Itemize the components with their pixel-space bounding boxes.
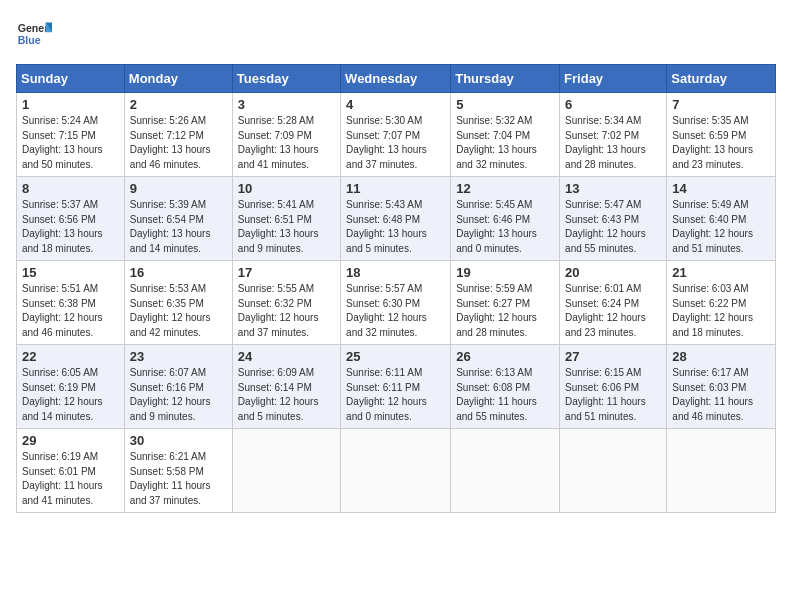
calendar-row-5: 29 Sunrise: 6:19 AMSunset: 6:01 PMDaylig… bbox=[17, 429, 776, 513]
day-number: 22 bbox=[22, 349, 119, 364]
calendar-cell bbox=[560, 429, 667, 513]
calendar-cell bbox=[451, 429, 560, 513]
day-number: 28 bbox=[672, 349, 770, 364]
calendar-cell: 29 Sunrise: 6:19 AMSunset: 6:01 PMDaylig… bbox=[17, 429, 125, 513]
page-header: General Blue bbox=[16, 16, 776, 52]
calendar-row-2: 8 Sunrise: 5:37 AMSunset: 6:56 PMDayligh… bbox=[17, 177, 776, 261]
day-info: Sunrise: 5:37 AMSunset: 6:56 PMDaylight:… bbox=[22, 199, 103, 254]
calendar-cell: 10 Sunrise: 5:41 AMSunset: 6:51 PMDaylig… bbox=[232, 177, 340, 261]
day-number: 17 bbox=[238, 265, 335, 280]
day-info: Sunrise: 6:07 AMSunset: 6:16 PMDaylight:… bbox=[130, 367, 211, 422]
day-info: Sunrise: 6:19 AMSunset: 6:01 PMDaylight:… bbox=[22, 451, 103, 506]
logo: General Blue bbox=[16, 16, 56, 52]
calendar-cell: 12 Sunrise: 5:45 AMSunset: 6:46 PMDaylig… bbox=[451, 177, 560, 261]
day-number: 19 bbox=[456, 265, 554, 280]
day-number: 26 bbox=[456, 349, 554, 364]
day-number: 2 bbox=[130, 97, 227, 112]
day-info: Sunrise: 5:30 AMSunset: 7:07 PMDaylight:… bbox=[346, 115, 427, 170]
header-sunday: Sunday bbox=[17, 65, 125, 93]
calendar-cell: 1 Sunrise: 5:24 AMSunset: 7:15 PMDayligh… bbox=[17, 93, 125, 177]
day-info: Sunrise: 6:11 AMSunset: 6:11 PMDaylight:… bbox=[346, 367, 427, 422]
day-info: Sunrise: 5:26 AMSunset: 7:12 PMDaylight:… bbox=[130, 115, 211, 170]
day-number: 11 bbox=[346, 181, 445, 196]
day-info: Sunrise: 5:47 AMSunset: 6:43 PMDaylight:… bbox=[565, 199, 646, 254]
calendar-cell: 6 Sunrise: 5:34 AMSunset: 7:02 PMDayligh… bbox=[560, 93, 667, 177]
day-number: 24 bbox=[238, 349, 335, 364]
calendar-cell: 13 Sunrise: 5:47 AMSunset: 6:43 PMDaylig… bbox=[560, 177, 667, 261]
day-number: 20 bbox=[565, 265, 661, 280]
day-number: 10 bbox=[238, 181, 335, 196]
calendar-cell: 17 Sunrise: 5:55 AMSunset: 6:32 PMDaylig… bbox=[232, 261, 340, 345]
calendar-cell: 30 Sunrise: 6:21 AMSunset: 5:58 PMDaylig… bbox=[124, 429, 232, 513]
header-monday: Monday bbox=[124, 65, 232, 93]
day-info: Sunrise: 5:28 AMSunset: 7:09 PMDaylight:… bbox=[238, 115, 319, 170]
day-number: 14 bbox=[672, 181, 770, 196]
day-info: Sunrise: 6:09 AMSunset: 6:14 PMDaylight:… bbox=[238, 367, 319, 422]
calendar-cell bbox=[232, 429, 340, 513]
day-number: 12 bbox=[456, 181, 554, 196]
day-number: 25 bbox=[346, 349, 445, 364]
day-number: 30 bbox=[130, 433, 227, 448]
day-number: 8 bbox=[22, 181, 119, 196]
day-info: Sunrise: 5:57 AMSunset: 6:30 PMDaylight:… bbox=[346, 283, 427, 338]
day-info: Sunrise: 6:01 AMSunset: 6:24 PMDaylight:… bbox=[565, 283, 646, 338]
day-info: Sunrise: 5:32 AMSunset: 7:04 PMDaylight:… bbox=[456, 115, 537, 170]
day-info: Sunrise: 5:39 AMSunset: 6:54 PMDaylight:… bbox=[130, 199, 211, 254]
day-info: Sunrise: 5:59 AMSunset: 6:27 PMDaylight:… bbox=[456, 283, 537, 338]
calendar-cell: 11 Sunrise: 5:43 AMSunset: 6:48 PMDaylig… bbox=[341, 177, 451, 261]
calendar-cell: 23 Sunrise: 6:07 AMSunset: 6:16 PMDaylig… bbox=[124, 345, 232, 429]
day-number: 27 bbox=[565, 349, 661, 364]
day-info: Sunrise: 6:17 AMSunset: 6:03 PMDaylight:… bbox=[672, 367, 753, 422]
day-info: Sunrise: 5:24 AMSunset: 7:15 PMDaylight:… bbox=[22, 115, 103, 170]
day-number: 9 bbox=[130, 181, 227, 196]
calendar-cell: 24 Sunrise: 6:09 AMSunset: 6:14 PMDaylig… bbox=[232, 345, 340, 429]
calendar-cell: 21 Sunrise: 6:03 AMSunset: 6:22 PMDaylig… bbox=[667, 261, 776, 345]
calendar-cell: 4 Sunrise: 5:30 AMSunset: 7:07 PMDayligh… bbox=[341, 93, 451, 177]
day-number: 1 bbox=[22, 97, 119, 112]
calendar-cell: 19 Sunrise: 5:59 AMSunset: 6:27 PMDaylig… bbox=[451, 261, 560, 345]
logo-icon: General Blue bbox=[16, 16, 52, 52]
day-info: Sunrise: 6:03 AMSunset: 6:22 PMDaylight:… bbox=[672, 283, 753, 338]
day-info: Sunrise: 5:45 AMSunset: 6:46 PMDaylight:… bbox=[456, 199, 537, 254]
day-info: Sunrise: 5:34 AMSunset: 7:02 PMDaylight:… bbox=[565, 115, 646, 170]
day-info: Sunrise: 5:51 AMSunset: 6:38 PMDaylight:… bbox=[22, 283, 103, 338]
calendar-cell: 14 Sunrise: 5:49 AMSunset: 6:40 PMDaylig… bbox=[667, 177, 776, 261]
calendar-cell: 7 Sunrise: 5:35 AMSunset: 6:59 PMDayligh… bbox=[667, 93, 776, 177]
day-info: Sunrise: 5:35 AMSunset: 6:59 PMDaylight:… bbox=[672, 115, 753, 170]
day-number: 18 bbox=[346, 265, 445, 280]
calendar-cell: 18 Sunrise: 5:57 AMSunset: 6:30 PMDaylig… bbox=[341, 261, 451, 345]
calendar-cell: 3 Sunrise: 5:28 AMSunset: 7:09 PMDayligh… bbox=[232, 93, 340, 177]
header-wednesday: Wednesday bbox=[341, 65, 451, 93]
day-number: 29 bbox=[22, 433, 119, 448]
day-number: 15 bbox=[22, 265, 119, 280]
calendar-cell: 20 Sunrise: 6:01 AMSunset: 6:24 PMDaylig… bbox=[560, 261, 667, 345]
calendar-cell bbox=[341, 429, 451, 513]
day-number: 5 bbox=[456, 97, 554, 112]
calendar-cell: 15 Sunrise: 5:51 AMSunset: 6:38 PMDaylig… bbox=[17, 261, 125, 345]
day-info: Sunrise: 6:05 AMSunset: 6:19 PMDaylight:… bbox=[22, 367, 103, 422]
day-info: Sunrise: 6:21 AMSunset: 5:58 PMDaylight:… bbox=[130, 451, 211, 506]
svg-text:Blue: Blue bbox=[18, 34, 41, 46]
day-number: 13 bbox=[565, 181, 661, 196]
day-number: 21 bbox=[672, 265, 770, 280]
header-thursday: Thursday bbox=[451, 65, 560, 93]
day-info: Sunrise: 6:13 AMSunset: 6:08 PMDaylight:… bbox=[456, 367, 537, 422]
calendar-cell: 2 Sunrise: 5:26 AMSunset: 7:12 PMDayligh… bbox=[124, 93, 232, 177]
day-number: 23 bbox=[130, 349, 227, 364]
calendar-cell bbox=[667, 429, 776, 513]
calendar-table: SundayMondayTuesdayWednesdayThursdayFrid… bbox=[16, 64, 776, 513]
calendar-cell: 5 Sunrise: 5:32 AMSunset: 7:04 PMDayligh… bbox=[451, 93, 560, 177]
calendar-cell: 25 Sunrise: 6:11 AMSunset: 6:11 PMDaylig… bbox=[341, 345, 451, 429]
calendar-row-1: 1 Sunrise: 5:24 AMSunset: 7:15 PMDayligh… bbox=[17, 93, 776, 177]
calendar-cell: 9 Sunrise: 5:39 AMSunset: 6:54 PMDayligh… bbox=[124, 177, 232, 261]
day-number: 16 bbox=[130, 265, 227, 280]
header-friday: Friday bbox=[560, 65, 667, 93]
calendar-cell: 27 Sunrise: 6:15 AMSunset: 6:06 PMDaylig… bbox=[560, 345, 667, 429]
calendar-cell: 8 Sunrise: 5:37 AMSunset: 6:56 PMDayligh… bbox=[17, 177, 125, 261]
day-number: 7 bbox=[672, 97, 770, 112]
day-info: Sunrise: 5:53 AMSunset: 6:35 PMDaylight:… bbox=[130, 283, 211, 338]
calendar-cell: 28 Sunrise: 6:17 AMSunset: 6:03 PMDaylig… bbox=[667, 345, 776, 429]
calendar-cell: 16 Sunrise: 5:53 AMSunset: 6:35 PMDaylig… bbox=[124, 261, 232, 345]
calendar-row-3: 15 Sunrise: 5:51 AMSunset: 6:38 PMDaylig… bbox=[17, 261, 776, 345]
calendar-header-row: SundayMondayTuesdayWednesdayThursdayFrid… bbox=[17, 65, 776, 93]
